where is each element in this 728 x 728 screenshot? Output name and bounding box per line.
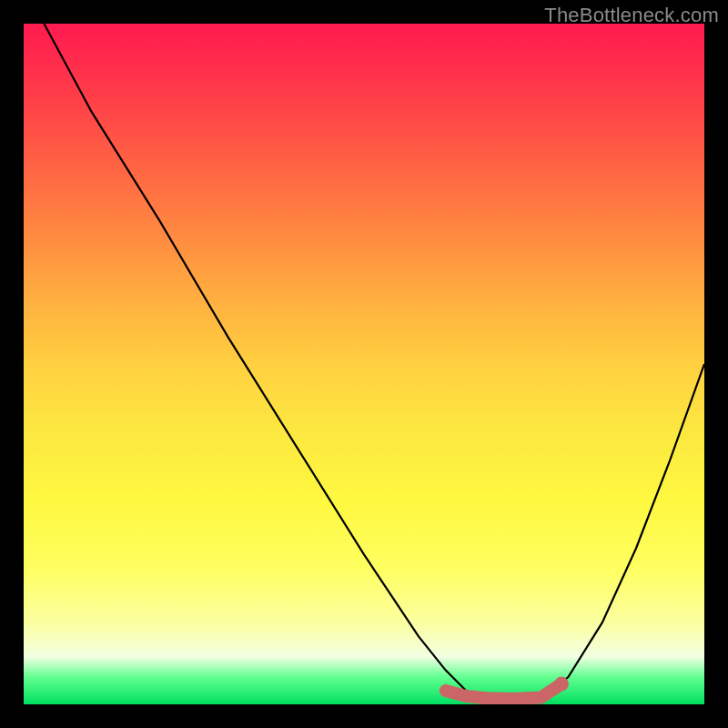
optimal-point-marker [554,677,569,692]
curve-overlay [24,24,704,704]
plot-area [24,24,704,704]
optimal-range-highlight [446,684,561,699]
chart-container: TheBottleneck.com [0,0,728,728]
bottleneck-curve [44,24,704,701]
